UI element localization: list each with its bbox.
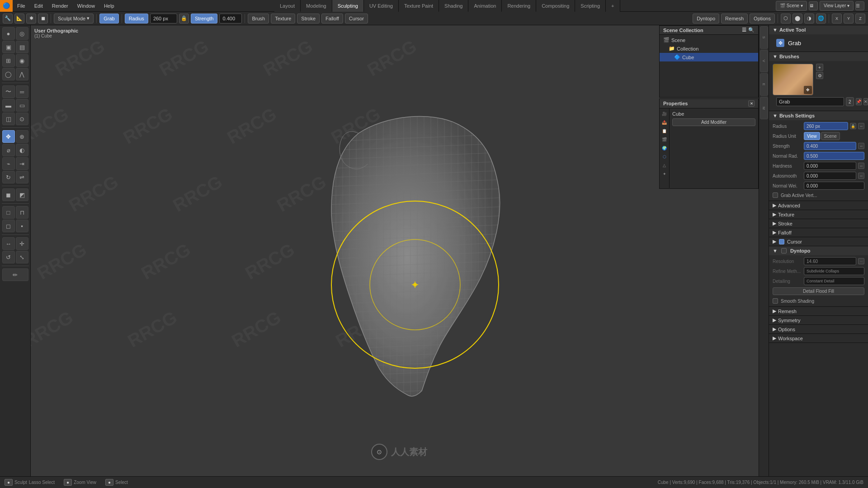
outliner-search-btn[interactable]: 🔍	[748, 27, 755, 33]
stroke-dropdown[interactable]: Stroke	[297, 14, 320, 23]
props-close-btn[interactable]: ✕	[748, 100, 755, 107]
transform-btn[interactable]: ↔	[2, 237, 15, 250]
smooth-shading-checkbox[interactable]	[773, 298, 778, 304]
y-mirror-btn[interactable]: Y	[844, 14, 854, 23]
outliner-scene-item[interactable]: 🎬 Scene	[660, 36, 758, 44]
prop-world-icon[interactable]: 🌍	[661, 145, 668, 152]
inflate-btn[interactable]: ◉	[16, 54, 28, 67]
advanced-header[interactable]: ▶ Advanced	[769, 201, 868, 210]
box-face-sets-btn[interactable]: ▪	[16, 220, 28, 232]
view-layer-selector[interactable]: View Layer ▾	[820, 1, 854, 11]
resolution-flip-btn[interactable]: ↔	[858, 258, 864, 264]
cursor-header[interactable]: ▶ Cursor	[769, 237, 868, 246]
crease-btn[interactable]: ⋀	[16, 68, 28, 80]
radius-value[interactable]: 260 px	[804, 122, 848, 130]
tab-misc[interactable]: M	[760, 97, 768, 119]
outliner-filter-btn[interactable]: ☰	[742, 27, 746, 33]
brush-delete-btn[interactable]: ✕	[863, 98, 868, 105]
grab-active-vert-checkbox[interactable]	[773, 192, 778, 198]
draw-face-sets-btn[interactable]: ◩	[16, 188, 28, 201]
filter-btn[interactable]: ☰	[855, 1, 864, 10]
unit-view-btn[interactable]: View	[804, 132, 820, 140]
autosmooth-value[interactable]: 0.000	[804, 172, 856, 180]
tab-compositing[interactable]: Compositing	[536, 0, 575, 12]
stroke-header[interactable]: ▶ Stroke	[769, 219, 868, 228]
clay-strips-btn[interactable]: ▤	[16, 41, 28, 53]
add-modifier-btn[interactable]: Add Modifier	[672, 118, 755, 126]
wireframe-btn[interactable]: ⬡	[781, 14, 791, 23]
solid-btn[interactable]: ⬤	[793, 14, 802, 23]
menu-window[interactable]: Window	[73, 0, 99, 11]
tab-view[interactable]: V	[760, 50, 768, 72]
z-mirror-btn[interactable]: Z	[855, 14, 865, 23]
radius-flip-btn[interactable]: ↔	[858, 123, 864, 129]
outliner-collection-item[interactable]: 📁 Collection	[660, 44, 758, 53]
hardness-value[interactable]: 0.000	[804, 162, 856, 170]
normal-weight-value[interactable]: 0.000	[804, 182, 864, 190]
remesh-header[interactable]: ▶ Remesh	[769, 307, 868, 315]
strength-label[interactable]: Strength	[191, 14, 218, 23]
multiplane-scrape-btn[interactable]: ◫	[2, 113, 15, 125]
brush-add-btn[interactable]: +	[816, 64, 823, 71]
options-btn[interactable]: Options	[750, 14, 775, 23]
flatten-btn[interactable]: ═	[16, 85, 28, 98]
cursor-checkbox[interactable]	[779, 239, 784, 244]
falloff-dropdown[interactable]: Falloff	[321, 14, 343, 23]
menu-render[interactable]: Render	[47, 0, 73, 11]
active-tool-header[interactable]: ▼ Active Tool	[769, 25, 868, 34]
strength-value[interactable]: 0.400	[804, 142, 856, 150]
nudge-btn[interactable]: ⇥	[16, 157, 28, 170]
remesh-btn[interactable]: Remesh	[721, 14, 748, 23]
draw-sharp-btn[interactable]: ◎	[16, 27, 28, 40]
cursor-dropdown[interactable]: Cursor	[345, 14, 368, 23]
menu-file[interactable]: File	[13, 0, 30, 11]
prop-output-icon[interactable]: 📤	[661, 119, 668, 126]
toolbar-icon1[interactable]: 🔧	[3, 14, 13, 23]
texture-header[interactable]: ▶ Texture	[769, 210, 868, 219]
prop-particles-icon[interactable]: ✦	[661, 170, 668, 178]
scene-selector[interactable]: 🎬 Scene ▾	[776, 1, 807, 11]
tab-scene[interactable]: S	[760, 26, 768, 49]
brush-selector[interactable]: Grab	[99, 14, 118, 23]
detailing-value[interactable]: Constant Detail	[804, 277, 864, 285]
refine-method-value[interactable]: Subdivide Collaps	[804, 267, 864, 275]
hardness-flip-btn[interactable]: ↔	[858, 163, 864, 169]
move-btn[interactable]: ✛	[16, 237, 28, 250]
radius-label[interactable]: Radius	[125, 14, 148, 23]
smooth-btn[interactable]: 〜	[2, 85, 15, 98]
brush-settings-header[interactable]: ▼ Brush Settings	[769, 111, 868, 120]
autosmooth-flip-btn[interactable]: ↔	[858, 173, 864, 179]
rendered-btn[interactable]: 🌐	[816, 14, 826, 23]
brush-name-input[interactable]	[776, 97, 844, 106]
blob-btn[interactable]: ◯	[2, 68, 15, 80]
tab-layout[interactable]: Layout	[274, 0, 301, 12]
strength-flip-btn[interactable]: ↔	[858, 143, 864, 149]
menu-help[interactable]: Help	[99, 0, 119, 11]
tab-modeling[interactable]: Modeling	[301, 0, 332, 12]
tab-uv-editing[interactable]: UV Editing	[364, 0, 399, 12]
slide-relax-btn[interactable]: ⇌	[16, 171, 28, 183]
resolution-value[interactable]: 14.60	[804, 257, 856, 265]
strength-input[interactable]	[219, 14, 242, 23]
prop-render-icon[interactable]: 🎥	[661, 110, 668, 117]
falloff-header[interactable]: ▶ Falloff	[769, 228, 868, 237]
elastic-deform-btn[interactable]: ⊕	[16, 130, 28, 143]
box-mask-btn[interactable]: □	[2, 206, 15, 219]
symmetry-header[interactable]: ▶ Symmetry	[769, 316, 868, 324]
radius-lock-btn[interactable]: 🔒	[850, 123, 856, 129]
prop-mesh-icon[interactable]: △	[661, 162, 668, 169]
grab-btn active[interactable]: ✥	[2, 130, 15, 143]
tab-texture-paint[interactable]: Texture Paint	[399, 0, 439, 12]
dyntopo-enable-checkbox[interactable]	[781, 248, 787, 253]
prop-scene-icon[interactable]: 🎬	[661, 136, 668, 143]
tab-add[interactable]: +	[606, 0, 620, 12]
unit-scene-btn[interactable]: Scene	[821, 132, 840, 140]
brushes-header[interactable]: ▼ Brushes	[769, 52, 868, 61]
material-btn[interactable]: ◑	[804, 14, 814, 23]
tab-scripting[interactable]: Scripting	[575, 0, 606, 12]
mask-brush-btn[interactable]: ◼	[2, 188, 15, 201]
lasso-mask-btn[interactable]: ⊓	[16, 206, 28, 219]
thumb-btn[interactable]: ◐	[16, 144, 28, 156]
toolbar-icon3[interactable]: ✱	[26, 14, 36, 23]
texture-dropdown[interactable]: Texture	[271, 14, 295, 23]
